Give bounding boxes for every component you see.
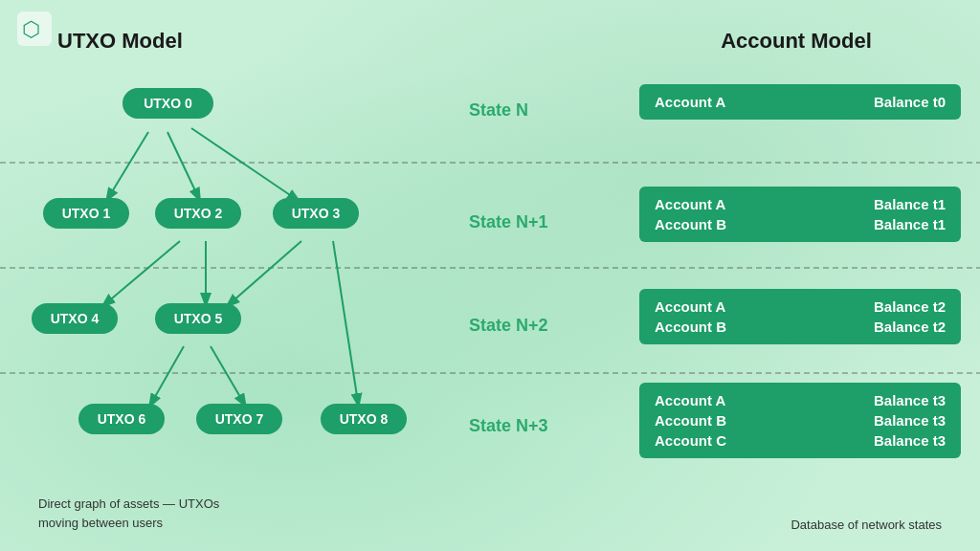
account-c-n3: Account C [655, 432, 800, 449]
svg-line-12 [100, 241, 180, 308]
utxo-node-2: UTXO 2 [155, 198, 241, 229]
utxo-node-8: UTXO 8 [321, 404, 407, 434]
svg-line-10 [167, 132, 201, 203]
balance-t3-b-n3: Balance t3 [800, 412, 946, 429]
account-b-n3: Account B [655, 412, 800, 429]
balance-t3-c-n3: Balance t3 [800, 432, 946, 449]
utxo-model-title: UTXO Model [57, 29, 183, 54]
account-box-n3: Account A Balance t3 Account B Balance t… [639, 383, 961, 458]
svg-line-14 [225, 241, 301, 308]
account-box-n1: Account A Balance t1 Account B Balance t… [639, 187, 961, 242]
utxo-node-3: UTXO 3 [273, 198, 359, 229]
balance-t1-b-n1: Balance t1 [800, 216, 946, 232]
account-a-n3: Account A [655, 392, 800, 408]
svg-line-16 [211, 346, 247, 408]
balance-t0-n: Balance t0 [800, 94, 946, 110]
balance-t2-a-n2: Balance t2 [800, 298, 946, 315]
balance-t3-a-n3: Balance t3 [800, 392, 946, 408]
logo: ⬡ [17, 11, 52, 46]
account-a-n2: Account A [655, 298, 800, 315]
account-box-n2: Account A Balance t2 Account B Balance t… [639, 289, 961, 344]
account-b-n2: Account B [655, 319, 800, 335]
utxo-node-7: UTXO 7 [196, 404, 282, 434]
account-model-title: Account Model [632, 29, 961, 54]
state-n1: State N+1 [469, 212, 548, 232]
state-n: State N [469, 100, 528, 121]
svg-line-17 [333, 241, 359, 408]
utxo-node-5: UTXO 5 [155, 303, 241, 334]
utxo-node-0: UTXO 0 [122, 88, 213, 119]
state-n3: State N+3 [469, 416, 548, 436]
main-container: ⬡ UTXO Model Account Model [0, 0, 980, 551]
utxo-node-6: UTXO 6 [78, 404, 165, 434]
state-n2: State N+2 [469, 316, 548, 336]
svg-text:⬡: ⬡ [22, 17, 40, 41]
svg-line-15 [148, 346, 184, 408]
arrows-overlay [0, 0, 980, 551]
account-box-n: Account A Balance t0 [639, 84, 961, 120]
account-a-n: Account A [655, 94, 800, 110]
utxo-node-1: UTXO 1 [43, 198, 129, 229]
utxo-node-4: UTXO 4 [32, 303, 118, 334]
svg-line-11 [191, 128, 301, 203]
caption-right: Database of network states [791, 518, 942, 532]
svg-line-9 [105, 132, 148, 203]
caption-left: Direct graph of assets — UTXOs moving be… [38, 495, 219, 532]
account-b-n1: Account B [655, 216, 800, 232]
balance-t1-a-n1: Balance t1 [800, 196, 946, 212]
balance-t2-b-n2: Balance t2 [800, 319, 946, 335]
account-a-n1: Account A [655, 196, 800, 212]
